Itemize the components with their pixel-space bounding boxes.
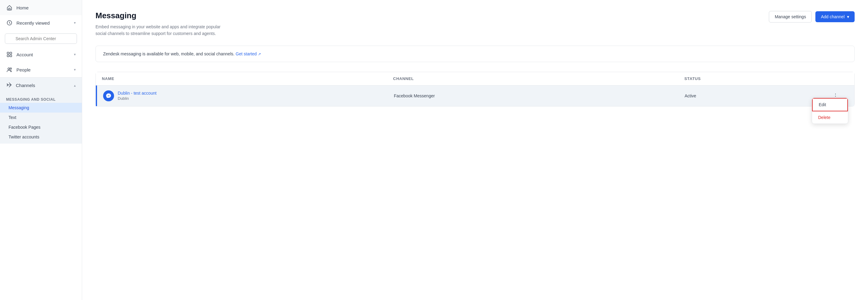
home-icon bbox=[6, 4, 13, 11]
channels-submenu: Messaging and social Messaging Text Face… bbox=[0, 93, 82, 144]
info-banner-link[interactable]: Get started ↗ bbox=[236, 52, 261, 56]
sidebar-item-messaging[interactable]: Messaging bbox=[0, 103, 82, 113]
row-actions-dropdown: Edit Delete bbox=[812, 98, 848, 124]
sidebar-item-facebook-pages[interactable]: Facebook Pages bbox=[0, 122, 82, 132]
page-description: Embed messaging in your website and apps… bbox=[95, 24, 223, 37]
add-channel-button[interactable]: Add channel ▾ bbox=[815, 11, 855, 22]
channels-section: Channels ▴ Messaging and social Messagin… bbox=[0, 77, 82, 144]
chevron-down-icon: ▾ bbox=[74, 67, 76, 72]
manage-settings-button[interactable]: Manage settings bbox=[769, 11, 812, 23]
page-title: Messaging bbox=[95, 11, 223, 20]
svg-point-7 bbox=[10, 68, 11, 69]
search-container: ⌕ bbox=[0, 30, 82, 47]
sidebar-item-text[interactable]: Text bbox=[0, 113, 82, 122]
col-header-actions bbox=[830, 77, 848, 81]
sidebar-item-channels-label: Channels bbox=[16, 83, 35, 88]
sidebar-item-recently-viewed[interactable]: Recently viewed ▾ bbox=[0, 15, 82, 30]
col-header-name: Name bbox=[102, 77, 393, 81]
channels-table: Name Channel Status Dublin - test accoun… bbox=[95, 72, 855, 107]
sidebar-item-home[interactable]: Home bbox=[0, 0, 82, 15]
dropdown-delete-item[interactable]: Delete bbox=[812, 111, 848, 123]
channel-status-cell: Active bbox=[685, 93, 830, 98]
chevron-down-icon: ▾ bbox=[74, 52, 76, 57]
sidebar-item-account-label: Account bbox=[17, 52, 33, 57]
channel-name-cell: Dublin - test account Dublin bbox=[103, 90, 394, 101]
table-row: Dublin - test account Dublin Facebook Me… bbox=[96, 86, 854, 106]
sidebar: Home Recently viewed ▾ ⌕ Account ▾ bbox=[0, 0, 82, 300]
svg-rect-0 bbox=[9, 8, 10, 10]
sidebar-item-account[interactable]: Account ▾ bbox=[0, 47, 82, 62]
info-banner-link-text: Get started bbox=[236, 52, 257, 56]
svg-rect-4 bbox=[7, 55, 9, 57]
dropdown-edit-item[interactable]: Edit bbox=[812, 98, 848, 111]
chevron-down-icon: ▾ bbox=[847, 14, 849, 19]
channel-subtitle: Dublin bbox=[118, 96, 129, 101]
channel-type-cell: Facebook Messenger bbox=[394, 93, 685, 98]
channels-icon bbox=[6, 82, 12, 89]
sidebar-item-people[interactable]: People ▾ bbox=[0, 62, 82, 77]
messaging-social-header: Messaging and social bbox=[0, 95, 82, 103]
header-actions: Manage settings Add channel ▾ bbox=[769, 11, 855, 23]
col-header-status: Status bbox=[684, 77, 830, 81]
info-banner: Zendesk messaging is available for web, … bbox=[95, 46, 855, 62]
external-link-icon: ↗ bbox=[258, 52, 261, 56]
svg-point-6 bbox=[8, 68, 10, 70]
sidebar-item-channels[interactable]: Channels ▴ bbox=[0, 78, 82, 93]
people-icon bbox=[6, 66, 13, 73]
svg-rect-3 bbox=[10, 52, 12, 54]
col-header-channel: Channel bbox=[393, 77, 685, 81]
search-input[interactable] bbox=[5, 33, 77, 44]
add-channel-label: Add channel bbox=[821, 14, 845, 19]
page-header: Messaging Embed messaging in your websit… bbox=[95, 11, 855, 37]
sidebar-item-home-label: Home bbox=[17, 5, 29, 10]
table-header-row: Name Channel Status bbox=[96, 72, 854, 86]
sidebar-item-recently-viewed-label: Recently viewed bbox=[17, 20, 50, 26]
channel-icon bbox=[103, 90, 114, 101]
clock-icon bbox=[6, 20, 13, 26]
svg-rect-5 bbox=[10, 55, 12, 57]
account-icon bbox=[6, 51, 13, 58]
info-banner-text: Zendesk messaging is available for web, … bbox=[103, 52, 235, 56]
actions-cell: ⋮ Edit Delete bbox=[830, 91, 848, 101]
channel-name-link[interactable]: Dublin - test account bbox=[118, 91, 157, 95]
channel-name-text: Dublin - test account Dublin bbox=[118, 91, 157, 101]
sidebar-item-people-label: People bbox=[17, 67, 31, 72]
sidebar-item-twitter-accounts[interactable]: Twitter accounts bbox=[0, 132, 82, 142]
page-title-block: Messaging Embed messaging in your websit… bbox=[95, 11, 223, 37]
main-content: Messaging Embed messaging in your websit… bbox=[82, 0, 868, 300]
chevron-up-icon: ▴ bbox=[74, 83, 76, 88]
chevron-down-icon: ▾ bbox=[74, 21, 76, 25]
svg-rect-2 bbox=[7, 52, 9, 54]
